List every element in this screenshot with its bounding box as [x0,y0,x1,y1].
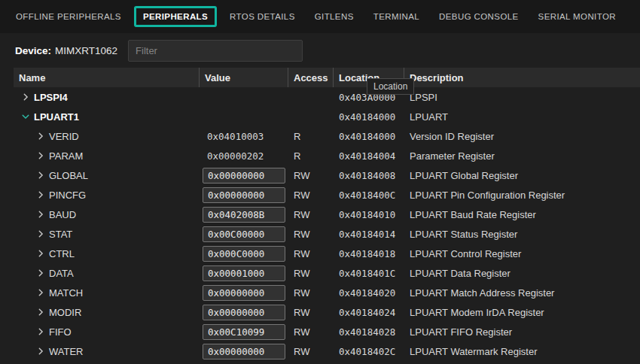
register-row[interactable]: FIFO 0x00C10099 RW 0x40184028 LPUART FIF… [14,322,640,341]
filter-input[interactable] [128,40,303,62]
register-name: WATER [49,346,84,357]
tab-gitlens[interactable]: GITLENS [305,6,364,27]
location-tooltip: Location [367,78,414,95]
location-cell: 0x40184018 [334,248,404,259]
register-row[interactable]: CTRL 0x000C0000 RW 0x40184018 LPUART Con… [14,244,640,263]
chevron-right-icon[interactable] [35,208,47,220]
chevron-right-icon[interactable] [35,306,47,318]
description-cell: LPUART Modem IrDA Register [404,307,640,318]
register-name: MATCH [49,287,83,299]
register-row[interactable]: MODIR 0x00000000 RW 0x40184024 LPUART Mo… [14,302,640,322]
chevron-right-icon[interactable] [35,247,47,259]
location-cell: 0x40184010 [334,209,404,220]
value-cell: 0x00000000 [200,285,288,301]
register-name: PARAM [49,150,83,162]
panel-tab-bar: OFFLINE PERIPHERALS PERIPHERALS RTOS DET… [0,0,640,33]
value-input[interactable]: 0x000C0000 [203,246,285,262]
chevron-right-icon[interactable] [35,345,47,357]
chevron-right-icon[interactable] [35,130,47,142]
location-cell: 0x4018402C [334,346,404,357]
register-name: MODIR [49,307,81,318]
register-row[interactable]: STAT 0x00C00000 RW 0x40184014 LPUART Sta… [14,224,640,244]
register-row[interactable]: MATCH 0x00000000 RW 0x40184020 LPUART Ma… [14,283,640,302]
register-row[interactable]: BAUD 0x0402008B RW 0x40184010 LPUART Bau… [14,205,640,224]
location-cell: 0x4018400C [334,190,404,201]
chevron-right-icon[interactable] [35,326,47,338]
access-cell: RW [288,307,334,318]
description-cell: Parameter Register [404,150,640,162]
description-cell: LPUART Status Register [404,229,640,240]
tab-peripherals[interactable]: PERIPHERALS [134,6,217,27]
register-row[interactable]: LPSPI4 0x403A0000 LPSPI [14,87,640,107]
value-input[interactable]: 0x00000000 [203,305,285,320]
register-name: LPSPI4 [34,92,68,103]
description-cell: LPSPI [404,92,640,103]
access-cell: R [288,150,334,162]
value-input[interactable]: 0x0402008B [203,207,285,223]
register-name: LPUART1 [34,111,79,123]
value-input[interactable]: 0x00000000 [203,168,285,184]
tab-debug-console[interactable]: DEBUG CONSOLE [429,6,529,27]
tab-rtos-details[interactable]: RTOS DETAILS [220,6,305,27]
register-name: PINCFG [49,190,86,201]
description-cell: LPUART Control Register [404,248,640,259]
tab-offline-peripherals[interactable]: OFFLINE PERIPHERALS [6,6,131,27]
chevron-right-icon[interactable] [35,267,47,279]
description-cell: LPUART Global Register [404,170,640,181]
value-input[interactable]: 0x00C00000 [203,226,285,242]
register-name: FIFO [49,326,72,338]
value-input[interactable]: 0x00000000 [203,187,285,203]
access-cell: RW [288,248,334,259]
description-cell: LPUART [404,111,640,123]
chevron-right-icon[interactable] [35,189,47,201]
chevron-right-icon[interactable] [35,150,47,162]
value-input[interactable]: 0x00C10099 [203,324,285,340]
location-cell: 0x40184000 [334,131,404,142]
device-label: Device: [15,45,51,56]
value-text: 0x00000202 [201,150,264,162]
register-row[interactable]: DATA 0x00001000 RW 0x4018401C LPUART Dat… [14,263,640,283]
value-input[interactable]: 0x00000000 [203,285,285,301]
description-cell: LPUART Match Address Register [404,287,640,299]
access-cell: RW [288,326,334,338]
value-cell: 0x00000000 [200,344,288,359]
register-name: STAT [49,229,72,240]
register-row[interactable]: PINCFG 0x00000000 RW 0x4018400C LPUART P… [14,185,640,205]
register-table: Name Value Access Location Description L… [14,68,640,364]
register-row[interactable]: LPUART1 0x40184000 LPUART [14,107,640,126]
value-cell: 0x00001000 [200,265,288,281]
access-cell: RW [288,268,334,279]
tab-terminal[interactable]: TERMINAL [364,6,429,27]
chevron-right-icon[interactable] [35,287,47,299]
device-toolbar: Device: MIMXRT1062 [0,33,640,68]
description-cell: Version ID Register [404,131,640,142]
register-row[interactable]: WATER 0x00000000 RW 0x4018402C LPUART Wa… [14,341,640,361]
value-cell: 0x00C00000 [200,226,288,242]
chevron-right-icon[interactable] [35,169,47,181]
value-cell: 0x000C0000 [200,246,288,262]
register-row[interactable]: PARAM 0x00000202 R 0x40184004 Parameter … [14,146,640,165]
value-cell: 0x0402008B [200,207,288,223]
description-cell: LPUART Pin Configuration Register [404,190,640,201]
device-value: MIMXRT1062 [55,45,117,56]
value-input[interactable]: 0x00000000 [203,344,285,359]
column-header-name[interactable]: Name [14,68,200,87]
register-row[interactable]: LPUART2 0x40188000 LPUART [14,361,640,364]
register-name: BAUD [49,209,76,220]
access-cell: RW [288,287,334,299]
location-cell: 0x40184024 [334,307,404,318]
value-input[interactable]: 0x00001000 [203,265,285,281]
chevron-down-icon[interactable] [20,111,32,123]
column-header-value[interactable]: Value [200,68,288,87]
tab-serial-monitor[interactable]: SERIAL MONITOR [529,6,626,27]
register-row[interactable]: VERID 0x04010003 R 0x40184000 Version ID… [14,126,640,146]
column-header-access[interactable]: Access [288,68,334,87]
chevron-right-icon[interactable] [20,91,32,103]
location-cell: 0x4018401C [334,268,404,279]
chevron-right-icon[interactable] [35,228,47,240]
access-cell: RW [288,346,334,357]
register-row[interactable]: GLOBAL 0x00000000 RW 0x40184008 LPUART G… [14,165,640,185]
value-cell: 0x00C10099 [200,324,288,340]
column-header-description[interactable]: Description [404,68,640,87]
value-cell: 0x00000000 [200,187,288,203]
